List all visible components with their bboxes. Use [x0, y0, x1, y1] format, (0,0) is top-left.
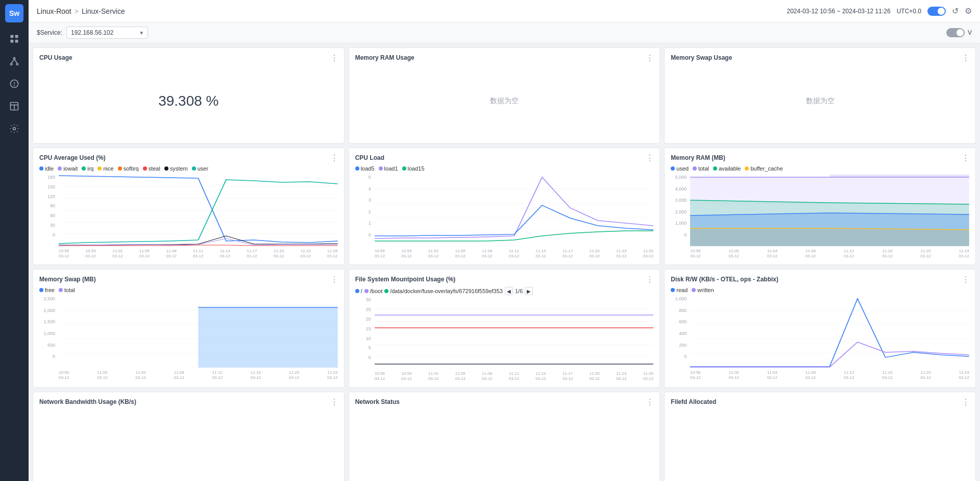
svg-marker-46	[198, 307, 337, 368]
breadcrumb-separator: >	[75, 7, 79, 15]
filesystem-usage-title: File System Mountpoint Usage (%)	[355, 276, 654, 283]
legend-idle: idle	[39, 165, 54, 172]
memory-swap-usage-title: Memory Swap Usage	[671, 54, 969, 61]
legend-irq: irq	[82, 165, 93, 172]
svg-rect-0	[11, 35, 14, 38]
legend-fs-docker-label: /data/docker/fuse-overlayfs/672916f559ef…	[390, 288, 503, 294]
legend-free-dot	[39, 288, 43, 292]
v-label: V	[968, 29, 972, 36]
memory-ram-usage-title: Memory RAM Usage	[355, 54, 654, 61]
memory-ram-mb-title: Memory RAM (MB)	[671, 154, 969, 161]
cpu-usage-menu[interactable]: ⋮	[330, 53, 339, 63]
legend-fs-root: /	[355, 288, 362, 294]
v-toggle-switch[interactable]	[946, 28, 965, 37]
memory-swap-usage-empty: 数据为空	[806, 97, 835, 106]
memory-ram-mb-x-labels: 10:5603-12 11:0003-12 11:0403-12 11:0803…	[690, 249, 969, 258]
network-status-menu[interactable]: ⋮	[646, 397, 654, 407]
sidebar-item-nodes[interactable]	[4, 51, 24, 71]
legend-written-dot	[692, 288, 696, 292]
cpu-average-used-title: CPU Average Used (%)	[39, 154, 338, 161]
legend-load15: load15	[402, 165, 425, 172]
cpu-load-chart: 543210	[355, 175, 654, 248]
memory-swap-mb-legend: free total	[39, 287, 338, 293]
charts-grid: CPU Usage ⋮ 39.308 % Memory RAM Usage ⋮ …	[33, 47, 976, 481]
service-select[interactable]: 192.168.56.102	[66, 27, 148, 39]
svg-point-15	[13, 128, 16, 130]
legend-buffer-cache: buffer_cache	[745, 165, 782, 172]
breadcrumb-parent: Linux-Root	[37, 7, 71, 15]
legend-load1-dot	[379, 166, 383, 171]
svg-line-8	[14, 59, 17, 63]
legend-iowait: iowait	[58, 165, 78, 172]
cpu-average-used-menu[interactable]: ⋮	[330, 153, 339, 163]
app-logo: Sw	[5, 4, 23, 22]
memory-swap-mb-menu[interactable]: ⋮	[330, 275, 339, 284]
filefd-allocated-card: Filefd Allocated ⋮	[664, 392, 976, 481]
cpu-average-used-svg	[59, 175, 338, 246]
sidebar-item-settings[interactable]	[4, 118, 24, 139]
refresh-icon[interactable]: ↺	[952, 6, 959, 16]
memory-ram-mb-menu[interactable]: ⋮	[962, 153, 970, 163]
fs-prev-btn[interactable]: ◀	[505, 287, 513, 295]
memory-swap-mb-x-labels: 10:5603-12 11:0003-12 11:0403-12 11:0803…	[59, 370, 338, 380]
legend-user: user	[192, 165, 208, 172]
legend-load5: load5	[355, 165, 375, 172]
memory-ram-usage-menu[interactable]: ⋮	[646, 53, 654, 63]
legend-iowait-dot	[58, 166, 62, 171]
disk-rw-legend: read written	[671, 287, 969, 293]
disk-rw-title: Disk R/W (KB/s - OTEL, ops - Zabbix)	[671, 276, 969, 283]
disk-rw-x-labels: 10:5603-12 11:0003-12 11:0403-12 11:0803…	[690, 370, 969, 380]
network-bandwidth-card: Network Bandwidth Usage (KB/s) ⋮	[33, 392, 345, 481]
legend-buffer-cache-dot	[745, 166, 749, 171]
legend-available: available	[713, 165, 741, 172]
svg-rect-1	[15, 35, 18, 38]
memory-swap-mb-chart: 2,5002,0001,5001,0005000	[39, 296, 338, 369]
legend-used-dot	[671, 166, 675, 171]
cpu-usage-body: 39.308 %	[39, 65, 338, 137]
sidebar-item-dashboard[interactable]	[4, 29, 24, 49]
memory-swap-usage-menu[interactable]: ⋮	[962, 53, 970, 63]
svg-line-7	[11, 59, 14, 63]
v-toggle: V	[946, 28, 972, 37]
legend-buffer-cache-label: buffer_cache	[750, 165, 782, 172]
auto-refresh-toggle[interactable]	[927, 7, 946, 16]
network-status-title: Network Status	[355, 398, 654, 405]
legend-load5-dot	[355, 166, 359, 171]
svg-rect-2	[11, 40, 14, 43]
network-status-card: Network Status ⋮	[349, 392, 660, 481]
legend-total: total	[693, 165, 709, 172]
memory-ram-mb-card: Memory RAM (MB) ⋮ used total available	[664, 148, 976, 265]
filesystem-usage-x-labels: 10:5603-12 10:5903-12 11:0203-12 11:0503…	[375, 371, 654, 381]
legend-written-label: written	[697, 287, 714, 293]
fs-next-btn[interactable]: ▶	[525, 287, 533, 295]
fs-page: 1/6	[515, 288, 523, 294]
disk-rw-menu[interactable]: ⋮	[962, 275, 970, 284]
legend-load1: load1	[379, 165, 398, 172]
memory-ram-usage-card: Memory RAM Usage ⋮ 数据为空	[349, 47, 660, 143]
sidebar-item-alerts[interactable]	[4, 74, 24, 94]
cpu-load-card: CPU Load ⋮ load5 load1 load15	[349, 148, 660, 265]
sidebar-item-panels[interactable]	[4, 96, 24, 116]
network-bandwidth-menu[interactable]: ⋮	[330, 397, 339, 407]
settings-icon	[9, 124, 19, 134]
filesystem-nav-legend: / /boot /data/docker/fuse-overlayfs/6729…	[355, 287, 654, 295]
filter-right: V	[946, 28, 972, 37]
disk-rw-chart: 1,0008006004002000	[671, 296, 969, 369]
svg-point-4	[13, 58, 15, 59]
cpu-load-menu[interactable]: ⋮	[646, 153, 654, 163]
memory-swap-usage-card: Memory Swap Usage ⋮ 数据为空	[664, 47, 976, 143]
legend-load15-dot	[402, 166, 406, 171]
legend-softirq-label: softirq	[124, 165, 139, 172]
legend-used: used	[671, 165, 689, 172]
filefd-allocated-menu[interactable]: ⋮	[962, 397, 970, 407]
cpu-usage-value: 39.308 %	[158, 93, 218, 109]
legend-total-label: total	[698, 165, 709, 172]
filesystem-usage-menu[interactable]: ⋮	[646, 275, 654, 284]
legend-read: read	[671, 287, 688, 293]
legend-load15-label: load15	[408, 165, 425, 172]
page-settings-icon[interactable]: ⚙	[965, 6, 972, 16]
legend-steal-dot	[143, 166, 147, 171]
filesystem-usage-chart: 302520151050	[355, 297, 654, 370]
memory-ram-mb-svg	[690, 175, 969, 246]
cpu-load-title: CPU Load	[355, 154, 654, 161]
